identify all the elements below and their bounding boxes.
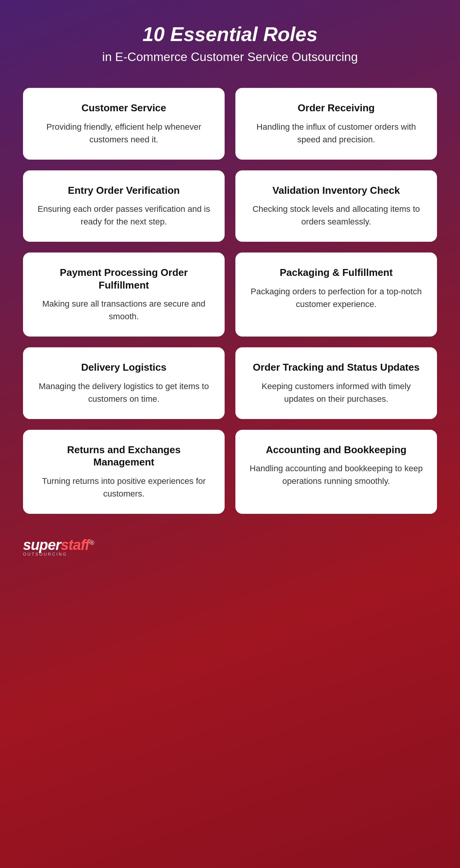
card-title-8: Order Tracking and Status Updates <box>253 361 420 374</box>
role-card-9: Returns and Exchanges ManagementTurning … <box>23 430 225 514</box>
logo-super-text: super <box>23 537 61 553</box>
role-card-3: Entry Order VerificationEnsuring each or… <box>23 170 225 242</box>
card-title-7: Delivery Logistics <box>81 361 167 374</box>
roles-grid: Customer ServiceProviding friendly, effi… <box>23 88 437 514</box>
card-desc-5: Making sure all transactions are secure … <box>37 297 211 323</box>
card-title-10: Accounting and Bookkeeping <box>266 444 407 456</box>
card-title-1: Customer Service <box>81 102 166 114</box>
role-card-4: Validation Inventory CheckChecking stock… <box>235 170 437 242</box>
card-desc-2: Handling the influx of customer orders w… <box>249 120 423 146</box>
card-title-6: Packaging & Fulfillment <box>280 266 393 279</box>
page-title: 10 Essential Roles <box>102 23 358 46</box>
card-title-5: Payment Processing Order Fulfillment <box>37 266 211 291</box>
role-card-2: Order ReceivingHandling the influx of cu… <box>235 88 437 160</box>
card-title-2: Order Receiving <box>298 102 375 114</box>
page-footer: superstaff® OUTSOURCING <box>23 537 437 560</box>
role-card-5: Payment Processing Order FulfillmentMaki… <box>23 252 225 337</box>
card-desc-4: Checking stock levels and allocating ite… <box>249 203 423 228</box>
card-title-3: Entry Order Verification <box>68 184 180 197</box>
role-card-10: Accounting and BookkeepingHandling accou… <box>235 430 437 514</box>
card-desc-8: Keeping customers informed with timely u… <box>249 380 423 405</box>
card-desc-6: Packaging orders to perfection for a top… <box>249 285 423 310</box>
logo-staff-text: staff <box>61 537 89 553</box>
card-desc-7: Managing the delivery logistics to get i… <box>37 380 211 405</box>
logo: superstaff® OUTSOURCING <box>23 537 77 560</box>
role-card-6: Packaging & FulfillmentPackaging orders … <box>235 252 437 337</box>
card-title-9: Returns and Exchanges Management <box>37 444 211 469</box>
card-desc-1: Providing friendly, efficient help whene… <box>37 120 211 146</box>
card-title-4: Validation Inventory Check <box>273 184 400 197</box>
card-desc-3: Ensuring each order passes verification … <box>37 203 211 228</box>
role-card-1: Customer ServiceProviding friendly, effi… <box>23 88 225 160</box>
page-header: 10 Essential Roles in E-Commerce Custome… <box>102 23 358 65</box>
card-desc-10: Handling accounting and bookkeeping to k… <box>249 462 423 487</box>
role-card-8: Order Tracking and Status UpdatesKeeping… <box>235 347 437 419</box>
logo-tagline: OUTSOURCING <box>23 552 67 556</box>
card-desc-9: Turning returns into positive experience… <box>37 475 211 500</box>
role-card-7: Delivery LogisticsManaging the delivery … <box>23 347 225 419</box>
page-subtitle: in E-Commerce Customer Service Outsourci… <box>102 49 358 65</box>
logo-registered: ® <box>90 540 94 546</box>
